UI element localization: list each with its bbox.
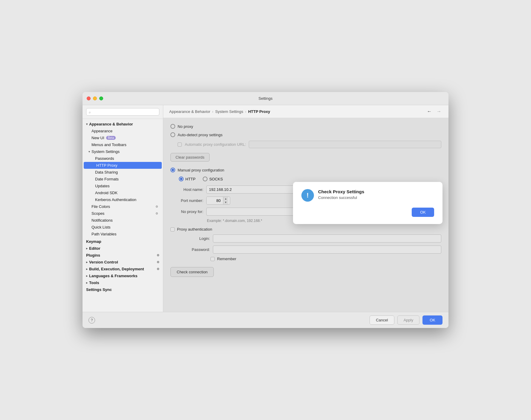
sidebar-group-editor[interactable]: ▸ Editor xyxy=(83,245,163,252)
login-input[interactable] xyxy=(213,234,441,243)
port-increment-button[interactable]: ▲ xyxy=(223,197,228,201)
help-button[interactable]: ? xyxy=(89,317,95,324)
sidebar-item-kerberos-auth[interactable]: Kerberos Authentication xyxy=(83,196,163,203)
chevron-right-icon: ▸ xyxy=(86,281,88,284)
forward-arrow[interactable]: → xyxy=(435,108,443,115)
sidebar-item-date-formats[interactable]: Date Formats xyxy=(83,176,163,183)
proxy-auth-row: Proxy authentication xyxy=(170,227,441,232)
sidebar-group-plugins[interactable]: Plugins ⚙ xyxy=(83,252,163,259)
manual-proxy-label: Manual proxy configuration xyxy=(178,168,224,172)
port-spinner: ▲ ▼ xyxy=(206,197,230,205)
main-content: Appearance & Behavior › System Settings … xyxy=(163,105,448,312)
login-row: Login: xyxy=(177,234,441,243)
breadcrumb-bar: Appearance & Behavior › System Settings … xyxy=(163,105,448,118)
dialog-footer: OK xyxy=(301,208,434,217)
check-connection-button[interactable]: Check connection xyxy=(170,267,214,277)
group-label: Appearance & Behavior xyxy=(89,122,133,126)
port-spinners: ▲ ▼ xyxy=(223,197,228,204)
search-bar: ⌕ xyxy=(83,105,163,119)
port-input[interactable] xyxy=(207,197,223,204)
auto-detect-option: Auto-detect proxy settings xyxy=(170,132,441,137)
minimize-button[interactable] xyxy=(93,96,97,100)
breadcrumb-sep2: › xyxy=(245,109,246,114)
sidebar-group-settings-sync[interactable]: Settings Sync xyxy=(83,286,163,293)
beta-badge: Beta xyxy=(106,136,116,140)
chevron-down-icon: ▾ xyxy=(86,122,88,126)
traffic-lights xyxy=(87,96,103,100)
main-layout: ⌕ ▾ Appearance & Behavior Appearance New… xyxy=(83,105,448,312)
apply-button[interactable]: Apply xyxy=(397,315,420,325)
no-proxy-label: No proxy xyxy=(178,124,193,129)
sidebar-group-tools[interactable]: ▸ Tools xyxy=(83,279,163,286)
hostname-label: Host name: xyxy=(170,187,203,192)
search-input[interactable] xyxy=(93,110,157,114)
sidebar-group-build[interactable]: ▸ Build, Execution, Deployment ⚙ xyxy=(83,266,163,272)
clear-passwords-button[interactable]: Clear passwords xyxy=(170,153,210,162)
remember-checkbox[interactable] xyxy=(210,257,215,261)
sidebar-item-menus-toolbars[interactable]: Menus and Toolbars xyxy=(83,141,163,148)
chevron-right-icon: ▸ xyxy=(86,247,88,250)
auto-detect-label: Auto-detect proxy settings xyxy=(178,133,222,137)
info-icon: ! xyxy=(301,189,314,202)
auto-config-checkbox[interactable] xyxy=(178,142,182,147)
sidebar-item-quick-lists[interactable]: Quick Lists xyxy=(83,224,163,231)
auto-config-url-input[interactable] xyxy=(249,141,441,148)
password-input[interactable] xyxy=(213,246,441,254)
ok-button[interactable]: OK xyxy=(422,315,443,325)
search-wrapper: ⌕ xyxy=(86,108,159,116)
chevron-right-icon: ▸ xyxy=(86,274,88,278)
sidebar-item-data-sharing[interactable]: Data Sharing xyxy=(83,169,163,176)
dialog-title: Check Proxy Settings xyxy=(318,189,364,194)
settings-icon: ⚙ xyxy=(157,260,159,264)
sidebar-group-languages[interactable]: ▸ Languages & Frameworks xyxy=(83,272,163,279)
sidebar-item-scopes[interactable]: Scopes ⚙ xyxy=(83,210,163,217)
sidebar-item-passwords[interactable]: Passwords xyxy=(83,155,163,162)
sidebar-item-new-ui[interactable]: New UI Beta xyxy=(83,134,163,141)
sidebar-item-system-settings[interactable]: ▾ System Settings xyxy=(83,148,163,155)
close-button[interactable] xyxy=(87,96,91,100)
sidebar-item-notifications[interactable]: Notifications xyxy=(83,217,163,224)
proxy-auth-checkbox[interactable] xyxy=(170,227,175,232)
title-bar: Settings xyxy=(83,92,448,105)
breadcrumb: Appearance & Behavior › System Settings … xyxy=(169,109,270,114)
dialog-message: Connection successful xyxy=(318,195,364,200)
sidebar-item-android-sdk[interactable]: Android SDK xyxy=(83,189,163,196)
socks-radio[interactable] xyxy=(203,177,207,181)
no-proxy-option: No proxy xyxy=(170,124,441,129)
sidebar-item-updates[interactable]: Updates xyxy=(83,183,163,189)
breadcrumb-part3: HTTP Proxy xyxy=(248,109,270,114)
bottom-actions: Cancel Apply OK xyxy=(370,315,443,325)
http-radio[interactable] xyxy=(179,177,184,181)
sidebar-item-http-proxy[interactable]: HTTP Proxy xyxy=(84,162,162,169)
breadcrumb-part2: System Settings xyxy=(215,109,243,114)
dialog-header: ! Check Proxy Settings Connection succes… xyxy=(301,189,434,202)
chevron-right-icon: ▸ xyxy=(86,260,88,264)
socks-option: SOCKS xyxy=(203,177,223,181)
sidebar-item-file-colors[interactable]: File Colors ⚙ xyxy=(83,203,163,210)
sidebar-group-keymap[interactable]: Keymap xyxy=(83,238,163,245)
settings-icon: ⚙ xyxy=(155,205,158,208)
port-decrement-button[interactable]: ▼ xyxy=(223,201,228,205)
remember-row: Remember xyxy=(210,257,441,261)
sidebar-group-version-control[interactable]: ▸ Version Control ⚙ xyxy=(83,259,163,266)
password-label: Password: xyxy=(177,247,210,252)
back-arrow[interactable]: ← xyxy=(426,108,433,115)
sidebar-item-path-variables[interactable]: Path Variables xyxy=(83,231,163,237)
nav-arrows: ← → xyxy=(426,108,443,115)
dialog-ok-button[interactable]: OK xyxy=(412,208,434,217)
password-row: Password: xyxy=(177,246,441,254)
protocol-row: HTTP SOCKS xyxy=(179,177,441,181)
settings-icon: ⚙ xyxy=(155,212,158,215)
maximize-button[interactable] xyxy=(99,96,103,100)
auto-config-label: Automatic proxy configuration URL: xyxy=(185,142,246,147)
no-proxy-radio[interactable] xyxy=(170,124,175,129)
sidebar-group-appearance-behavior[interactable]: ▾ Appearance & Behavior xyxy=(83,121,163,128)
manual-proxy-radio[interactable] xyxy=(170,168,175,172)
chevron-right-icon: ▸ xyxy=(86,267,88,271)
sidebar-item-appearance[interactable]: Appearance xyxy=(83,128,163,134)
auto-detect-radio[interactable] xyxy=(170,132,175,137)
breadcrumb-part1: Appearance & Behavior xyxy=(169,109,210,114)
cancel-button[interactable]: Cancel xyxy=(370,315,394,325)
sidebar-tree: ▾ Appearance & Behavior Appearance New U… xyxy=(83,119,163,312)
settings-icon: ⚙ xyxy=(157,267,159,271)
